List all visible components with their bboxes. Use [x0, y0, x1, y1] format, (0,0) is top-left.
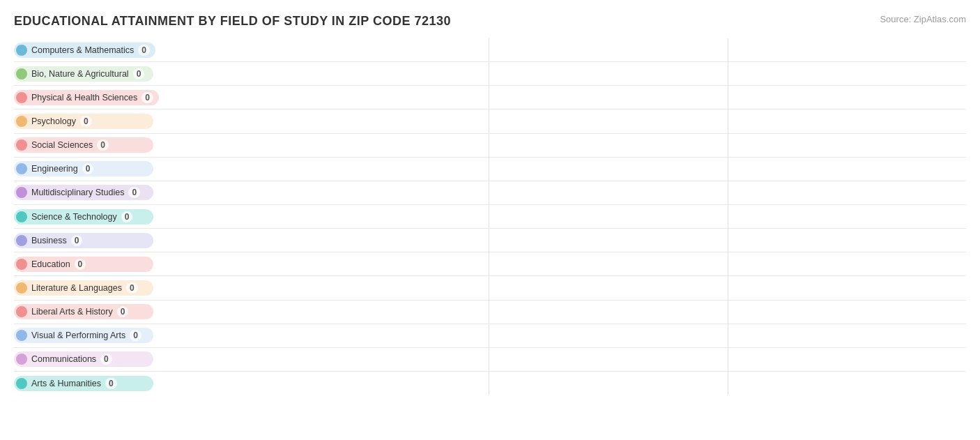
bar-row: Liberal Arts & History0 — [14, 301, 251, 324]
pill-dot — [16, 306, 27, 317]
bar-row: Visual & Performing Arts0 — [14, 324, 251, 348]
bar-label-pill: Literature & Languages0 — [14, 280, 153, 296]
bar-value: 0 — [126, 282, 138, 294]
bar-value: 0 — [75, 259, 86, 270]
bar-label-pill: Psychology0 — [14, 114, 153, 129]
bar-label: Arts & Humanities — [31, 379, 101, 388]
bar-row: Psychology0 — [14, 109, 251, 133]
bar-row: Engineering0 — [14, 158, 251, 181]
bar-label-pill: Computers & Mathematics0 — [14, 43, 155, 58]
pill-dot — [16, 211, 27, 222]
grid-row — [251, 276, 966, 300]
bar-value: 0 — [82, 163, 94, 174]
bar-value: 0 — [97, 139, 109, 151]
bar-label: Bio, Nature & Agricultural — [31, 69, 129, 79]
bar-value: 0 — [71, 235, 83, 246]
grid-row — [251, 181, 966, 205]
bar-row: Social Sciences0 — [14, 134, 251, 158]
bar-label: Engineering — [31, 164, 78, 174]
bar-label-pill: Education0 — [14, 257, 153, 272]
grid-row — [251, 158, 966, 181]
bar-label-pill: Liberal Arts & History0 — [14, 304, 153, 319]
chart-title: EDUCATIONAL ATTAINMENT BY FIELD OF STUDY… — [14, 14, 966, 29]
bar-label-pill: Business0 — [14, 233, 153, 248]
bar-label-pill: Engineering0 — [14, 161, 153, 176]
bar-row: Arts & Humanities0 — [14, 372, 251, 395]
bar-row: Communications0 — [14, 348, 251, 372]
bar-label-pill: Bio, Nature & Agricultural0 — [14, 66, 153, 82]
bar-label: Communications — [31, 354, 96, 364]
bar-row: Education0 — [14, 252, 251, 276]
grid-row — [251, 62, 966, 86]
bar-label-pill: Physical & Health Sciences0 — [14, 90, 159, 105]
bar-label: Science & Technology — [31, 212, 117, 222]
bar-row: Bio, Nature & Agricultural0 — [14, 62, 251, 86]
bar-value: 0 — [100, 354, 112, 365]
chart-container: EDUCATIONAL ATTAINMENT BY FIELD OF STUDY… — [0, 0, 980, 440]
pill-dot — [16, 235, 27, 246]
pill-dot — [16, 116, 27, 127]
bar-label: Multidisciplinary Studies — [31, 188, 124, 197]
grid-row — [251, 86, 966, 109]
bar-label: Social Sciences — [31, 140, 93, 150]
bar-value: 0 — [105, 378, 117, 389]
grid-row — [251, 205, 966, 229]
grid-row — [251, 109, 966, 133]
bar-value: 0 — [130, 330, 141, 341]
bar-value: 0 — [117, 306, 129, 317]
bar-label-pill: Social Sciences0 — [14, 137, 153, 153]
bar-row: Multidisciplinary Studies0 — [14, 181, 251, 205]
bar-label-pill: Visual & Performing Arts0 — [14, 328, 153, 343]
pill-dot — [16, 45, 27, 56]
grid-section — [251, 38, 966, 395]
bar-label-pill: Arts & Humanities0 — [14, 376, 153, 391]
bar-label: Literature & Languages — [31, 283, 122, 293]
bar-label: Visual & Performing Arts — [31, 331, 125, 340]
grid-row — [251, 134, 966, 158]
grid-row — [251, 38, 966, 62]
bar-value: 0 — [80, 116, 92, 127]
bar-row: Computers & Mathematics0 — [14, 38, 251, 62]
grid-row — [251, 229, 966, 252]
bar-label: Psychology — [31, 116, 76, 126]
bar-value: 0 — [133, 68, 145, 79]
pill-dot — [16, 92, 27, 103]
grid-row — [251, 301, 966, 324]
pill-dot — [16, 187, 27, 198]
grid-row — [251, 324, 966, 348]
bar-label: Education — [31, 259, 70, 269]
pill-dot — [16, 163, 27, 174]
pill-dot — [16, 330, 27, 341]
grid-row — [251, 348, 966, 372]
bar-value: 0 — [138, 45, 150, 56]
pill-dot — [16, 68, 27, 79]
pill-dot — [16, 282, 27, 294]
bar-row: Business0 — [14, 229, 251, 252]
bar-value: 0 — [121, 211, 133, 222]
bar-value: 0 — [128, 187, 140, 198]
chart-area: Computers & Mathematics0Bio, Nature & Ag… — [14, 38, 966, 395]
source-label: Source: ZipAtlas.com — [880, 14, 966, 24]
pill-dot — [16, 378, 27, 389]
bars-section: Computers & Mathematics0Bio, Nature & Ag… — [14, 38, 251, 395]
pill-dot — [16, 139, 27, 151]
bar-label-pill: Communications0 — [14, 351, 153, 367]
grid-row — [251, 372, 966, 395]
bar-value: 0 — [141, 92, 153, 103]
bar-label: Computers & Mathematics — [31, 45, 134, 55]
bar-label-pill: Science & Technology0 — [14, 209, 153, 225]
pill-dot — [16, 259, 27, 270]
bar-label: Physical & Health Sciences — [31, 93, 137, 103]
bar-label: Business — [31, 236, 67, 245]
pill-dot — [16, 354, 27, 365]
bar-row: Science & Technology0 — [14, 205, 251, 229]
bar-label: Liberal Arts & History — [31, 307, 113, 317]
bar-row: Literature & Languages0 — [14, 276, 251, 300]
grid-row — [251, 252, 966, 276]
bar-row: Physical & Health Sciences0 — [14, 86, 251, 109]
bar-label-pill: Multidisciplinary Studies0 — [14, 185, 153, 200]
